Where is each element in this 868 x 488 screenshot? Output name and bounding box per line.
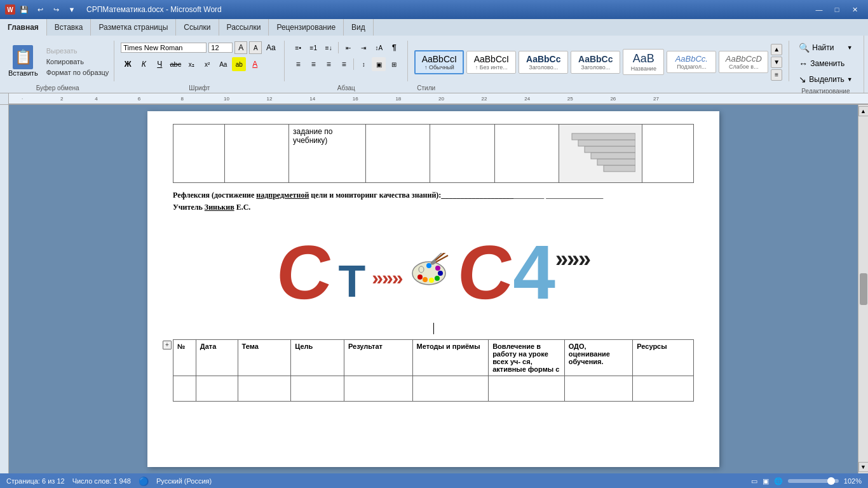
numbering-btn[interactable]: ≡1 xyxy=(306,41,320,55)
sort-btn[interactable]: ↕A xyxy=(372,41,386,55)
zoom-thumb[interactable] xyxy=(827,477,835,485)
decrease-indent-btn[interactable]: ⇤ xyxy=(341,41,355,55)
scroll-down-btn[interactable]: ▼ xyxy=(858,462,869,472)
bullets-btn[interactable]: ≡• xyxy=(291,41,305,55)
show-hide-btn[interactable]: ¶ xyxy=(387,41,401,55)
styles-expand-btn[interactable]: ≡ xyxy=(771,69,782,81)
increase-indent-btn[interactable]: ⇥ xyxy=(356,41,370,55)
document-area[interactable]: задание по учебнику) xyxy=(9,105,858,473)
select-button[interactable]: ↘ Выделить ▼ xyxy=(796,72,855,86)
scroll-thumb[interactable] xyxy=(860,273,867,305)
table-cell-3[interactable]: задание по учебнику) xyxy=(288,125,365,183)
bold-btn[interactable]: Ж xyxy=(121,57,135,71)
data-theme[interactable] xyxy=(238,376,291,401)
table-cell-2[interactable] xyxy=(224,125,288,183)
superscript-btn[interactable]: x² xyxy=(200,57,214,71)
tab-mailings[interactable]: Рассылки xyxy=(219,19,269,36)
data-methods[interactable] xyxy=(412,376,489,401)
tab-references[interactable]: Ссылки xyxy=(176,19,219,36)
find-dropdown-icon[interactable]: ▼ xyxy=(847,44,853,51)
col-header-num[interactable]: № xyxy=(173,339,196,376)
style-subtitle[interactable]: AaBbCc. Подзагол... xyxy=(667,51,716,73)
tab-view[interactable]: Вид xyxy=(344,19,374,36)
align-center-btn[interactable]: ≡ xyxy=(306,57,320,71)
data-goal[interactable] xyxy=(291,376,344,401)
increase-font-btn[interactable]: A xyxy=(234,41,247,54)
data-date[interactable] xyxy=(196,376,238,401)
font-size-input[interactable] xyxy=(208,43,233,53)
strikethrough-btn[interactable]: abc xyxy=(168,57,182,71)
style-heading2[interactable]: AaBbCc Заголово... xyxy=(571,51,620,74)
tab-review[interactable]: Рецензирование xyxy=(269,19,344,36)
find-button[interactable]: 🔍 Найти ▼ xyxy=(796,41,855,55)
italic-btn[interactable]: К xyxy=(137,57,151,71)
close-btn[interactable]: ✕ xyxy=(846,3,863,16)
data-odo[interactable] xyxy=(564,376,633,401)
table-cell-stairs[interactable] xyxy=(559,125,642,183)
minimize-btn[interactable]: — xyxy=(811,3,827,16)
col-header-result[interactable]: Результат xyxy=(344,339,412,376)
select-dropdown-icon[interactable]: ▼ xyxy=(847,76,853,83)
format-painter-button[interactable]: Формат по образцу xyxy=(44,67,112,78)
zoom-slider[interactable] xyxy=(788,479,839,483)
replace-button[interactable]: ↔ Заменить xyxy=(796,57,855,71)
table-cell-6[interactable] xyxy=(494,125,559,183)
style-subtle-emph[interactable]: AaBbCcD Слабое в... xyxy=(719,51,768,73)
data-result[interactable] xyxy=(344,376,412,401)
tab-layout[interactable]: Разметка страницы xyxy=(91,19,176,36)
data-resources[interactable] xyxy=(633,376,694,401)
justify-btn[interactable]: ≡ xyxy=(337,57,351,71)
col-header-methods[interactable]: Методы и приёмы xyxy=(412,339,489,376)
undo-quick-btn[interactable]: ↩ xyxy=(33,3,47,16)
multilevel-btn[interactable]: ≡↓ xyxy=(322,41,336,55)
save-quick-btn[interactable]: 💾 xyxy=(17,3,31,16)
data-num[interactable] xyxy=(173,376,196,401)
add-table-btn[interactable]: + xyxy=(163,341,172,349)
col-header-involve[interactable]: Вовлечение в работу на уроке всех уч- ся… xyxy=(489,339,565,376)
copy-button[interactable]: Копировать xyxy=(44,57,112,67)
table-cell-4[interactable] xyxy=(366,125,430,183)
view-normal-btn[interactable]: ▭ xyxy=(751,477,757,485)
col-header-date[interactable]: Дата xyxy=(196,339,238,376)
customize-quick-btn[interactable]: ▼ xyxy=(65,3,79,16)
col-header-odo[interactable]: ОДО, оценивание обучения. xyxy=(564,339,633,376)
table-cell-8[interactable] xyxy=(642,125,694,183)
color-btn[interactable]: A xyxy=(248,57,262,71)
style-normal[interactable]: AaBbCcI ↑ Обычный xyxy=(414,50,464,74)
subscript-btn[interactable]: x₂ xyxy=(184,57,198,71)
highlight-btn[interactable]: ab xyxy=(232,57,246,71)
col-header-theme[interactable]: Тема xyxy=(238,339,291,376)
styles-down-btn[interactable]: ▼ xyxy=(771,57,782,68)
styles-up-btn[interactable]: ▲ xyxy=(771,44,782,55)
cut-button[interactable]: Вырезать xyxy=(44,46,112,56)
style-title[interactable]: AaB Название xyxy=(623,49,664,75)
paste-button[interactable]: 📋 Вставить xyxy=(4,43,43,79)
align-right-btn[interactable]: ≡ xyxy=(322,57,336,71)
case-btn[interactable]: Aa xyxy=(216,57,230,71)
col-header-goal[interactable]: Цель xyxy=(291,339,344,376)
decrease-font-btn[interactable]: A xyxy=(249,41,262,54)
align-left-btn[interactable]: ≡ xyxy=(291,57,305,71)
shading-btn[interactable]: ▣ xyxy=(372,57,386,71)
data-involve[interactable] xyxy=(489,376,565,401)
maximize-btn[interactable]: □ xyxy=(829,3,845,16)
view-layout-btn[interactable]: ▣ xyxy=(763,477,769,485)
scroll-up-btn[interactable]: ▲ xyxy=(858,106,869,116)
col-header-resources[interactable]: Ресурсы xyxy=(633,339,694,376)
tab-insert[interactable]: Вставка xyxy=(47,19,92,36)
style-no-spacing[interactable]: AaBbCcI ↑ Без инте... xyxy=(466,51,516,74)
font-name-input[interactable] xyxy=(121,43,207,53)
tab-home[interactable]: Главная xyxy=(0,19,47,36)
document[interactable]: задание по учебнику) xyxy=(147,111,719,467)
table-cell-1[interactable] xyxy=(173,125,225,183)
line-spacing-btn[interactable]: ↕ xyxy=(356,57,370,71)
style-heading1[interactable]: AaBbCc Заголово... xyxy=(519,51,568,74)
underline-btn[interactable]: Ч xyxy=(153,57,166,71)
scroll-track[interactable] xyxy=(858,116,868,462)
clear-format-btn[interactable]: Aa xyxy=(264,41,278,55)
redo-quick-btn[interactable]: ↪ xyxy=(49,3,63,16)
table-cell-5[interactable] xyxy=(430,125,494,183)
right-scrollbar[interactable]: ▲ ▼ xyxy=(858,105,868,473)
borders-btn[interactable]: ⊞ xyxy=(387,57,401,71)
view-web-btn[interactable]: 🌐 xyxy=(774,477,783,485)
